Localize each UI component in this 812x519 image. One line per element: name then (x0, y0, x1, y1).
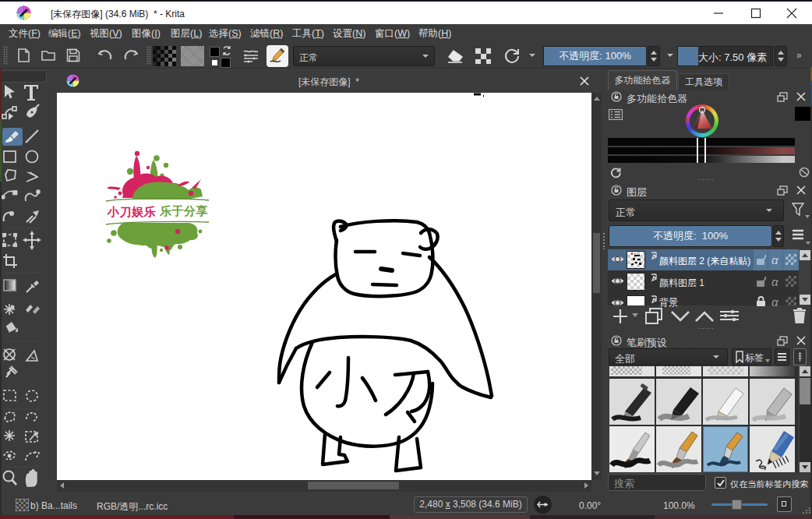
svg-text:乐于分享: 乐于分享 (159, 204, 208, 217)
svg-text:小刀娱乐: 小刀娱乐 (107, 205, 156, 218)
